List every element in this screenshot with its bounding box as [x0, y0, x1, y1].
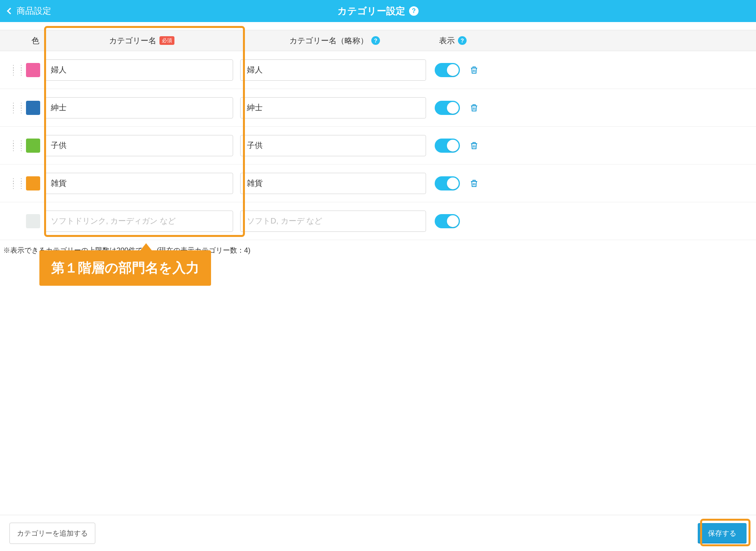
column-header-row: 色 カテゴリー名 必須 カテゴリー名（略称） ? 表示 ? — [0, 30, 756, 51]
color-swatch[interactable] — [26, 176, 40, 190]
back-label: 商品設定 — [17, 5, 51, 17]
category-short-input[interactable] — [240, 211, 426, 232]
display-toggle[interactable] — [435, 63, 460, 77]
footer-bar: カテゴリーを追加する 保存する — [0, 515, 756, 551]
category-row — [0, 202, 756, 240]
category-row: ⋮⋮⋮⋮⋮⋮ — [0, 165, 756, 202]
drag-handle-icon[interactable]: ⋮⋮⋮⋮⋮⋮ — [12, 180, 24, 187]
help-icon[interactable]: ? — [458, 36, 467, 45]
col-name-label: カテゴリー名 — [109, 35, 156, 46]
col-short: カテゴリー名（略称） ? — [240, 35, 429, 46]
color-swatch[interactable] — [26, 214, 40, 228]
col-name: カテゴリー名 必須 — [43, 35, 240, 46]
category-short-input[interactable] — [240, 173, 426, 194]
color-swatch[interactable] — [26, 139, 40, 153]
display-toggle[interactable] — [435, 101, 460, 115]
display-toggle[interactable] — [435, 176, 460, 190]
app-header: 商品設定 カテゴリー設定 ? — [0, 0, 756, 22]
category-row: ⋮⋮⋮⋮⋮⋮ — [0, 51, 756, 89]
display-toggle[interactable] — [435, 139, 460, 153]
page-title-text: カテゴリー設定 — [337, 5, 405, 17]
annotation-tooltip: 第１階層の部門名を入力 — [39, 250, 211, 286]
category-name-input[interactable] — [44, 211, 233, 232]
category-short-input[interactable] — [240, 97, 426, 118]
category-rows: ⋮⋮⋮⋮⋮⋮ ⋮⋮⋮⋮⋮⋮ ⋮⋮⋮⋮⋮⋮ ⋮⋮⋮⋮⋮⋮ — [0, 51, 756, 240]
category-name-input[interactable] — [44, 135, 233, 156]
delete-icon[interactable] — [469, 178, 480, 189]
category-row: ⋮⋮⋮⋮⋮⋮ — [0, 127, 756, 165]
delete-icon[interactable] — [469, 102, 480, 113]
col-short-label: カテゴリー名（略称） — [289, 35, 368, 46]
category-short-input[interactable] — [240, 59, 426, 81]
category-name-input[interactable] — [44, 173, 233, 194]
category-name-input[interactable] — [44, 59, 233, 81]
drag-handle-icon[interactable]: ⋮⋮⋮⋮⋮⋮ — [12, 67, 24, 74]
save-button[interactable]: 保存する — [698, 523, 747, 544]
category-name-input[interactable] — [44, 97, 233, 118]
col-display-label: 表示 — [439, 35, 455, 46]
display-toggle[interactable] — [435, 214, 460, 228]
color-swatch[interactable] — [26, 101, 40, 115]
required-badge: 必須 — [159, 36, 174, 45]
page-title: カテゴリー設定 ? — [337, 5, 419, 17]
chevron-left-icon — [7, 8, 14, 15]
category-row: ⋮⋮⋮⋮⋮⋮ — [0, 89, 756, 127]
drag-handle-icon[interactable]: ⋮⋮⋮⋮⋮⋮ — [12, 104, 24, 111]
col-display: 表示 ? — [429, 35, 476, 46]
back-button[interactable]: 商品設定 — [8, 0, 51, 22]
help-icon[interactable]: ? — [409, 6, 419, 16]
delete-icon[interactable] — [469, 65, 480, 76]
drag-handle-icon[interactable]: ⋮⋮⋮⋮⋮⋮ — [12, 142, 24, 149]
category-short-input[interactable] — [240, 135, 426, 156]
delete-icon[interactable] — [469, 140, 480, 151]
color-swatch[interactable] — [26, 63, 40, 77]
col-color: 色 — [0, 35, 43, 46]
help-icon[interactable]: ? — [371, 36, 380, 45]
add-category-button[interactable]: カテゴリーを追加する — [9, 523, 95, 544]
